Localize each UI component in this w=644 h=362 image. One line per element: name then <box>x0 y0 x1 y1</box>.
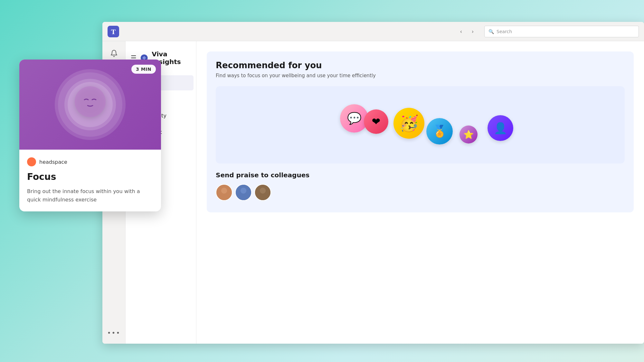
recommended-section: Recommended for you Find ways to focus o… <box>207 51 634 212</box>
title-bar: T ‹ › 🔍 Search <box>102 22 644 41</box>
headspace-dot-icon <box>27 157 36 166</box>
notifications-icon[interactable] <box>107 46 121 60</box>
heart-emoji: ❤️ <box>364 109 388 134</box>
svg-text:T: T <box>111 28 116 36</box>
svg-point-5 <box>221 188 227 193</box>
profile-emoji: 👤 <box>488 115 513 141</box>
headspace-brand-name: headspace <box>39 159 67 165</box>
svg-point-3 <box>143 57 145 59</box>
nav-arrows: ‹ › <box>456 26 478 37</box>
search-bar[interactable]: 🔍 Search <box>484 26 639 37</box>
search-placeholder: Search <box>497 29 512 34</box>
colleague-avatar-3[interactable] <box>254 184 271 201</box>
svg-point-9 <box>260 188 266 193</box>
praise-title: Send praise to colleagues <box>216 171 625 179</box>
svg-point-10 <box>75 86 106 117</box>
teams-logo: T <box>108 26 119 37</box>
party-emoji: 🥳 <box>393 108 424 139</box>
praise-section: Send praise to colleagues <box>216 171 625 201</box>
star-emoji: ⭐ <box>459 125 478 144</box>
search-icon: 🔍 <box>488 29 494 34</box>
more-options[interactable]: ••• <box>107 326 121 340</box>
medal-emoji: 🏅 <box>426 118 453 144</box>
teams-body: ••• ☰ Viva Insights Home Wellbei <box>102 41 644 344</box>
card-duration-badge: 3 MIN <box>131 65 156 74</box>
teams-window: T ‹ › 🔍 Search ••• <box>102 22 644 344</box>
forward-button[interactable]: › <box>468 26 478 37</box>
colleague-avatar-2[interactable] <box>235 184 252 201</box>
main-content: Recommended for you Find ways to focus o… <box>196 41 644 344</box>
headspace-card: 3 MIN headspace Focus Bring out the inna… <box>19 60 161 211</box>
emoji-showcase: 💬 ❤️ 🥳 🏅 ⭐ <box>216 86 625 163</box>
colleague-avatar-1[interactable] <box>216 184 232 201</box>
meditation-face <box>74 86 106 124</box>
card-description: Bring out the innate focus within you wi… <box>27 187 153 204</box>
svg-point-7 <box>241 188 246 193</box>
avatar-row <box>216 184 625 201</box>
headspace-brand: headspace <box>27 157 153 166</box>
card-header-image: 3 MIN <box>19 60 161 150</box>
recommended-subtitle: Find ways to focus on your wellbeing and… <box>216 73 625 79</box>
back-button[interactable]: ‹ <box>456 26 466 37</box>
card-body: headspace Focus Bring out the innate foc… <box>19 150 161 211</box>
card-title: Focus <box>27 172 153 182</box>
recommended-title: Recommended for you <box>216 60 625 70</box>
